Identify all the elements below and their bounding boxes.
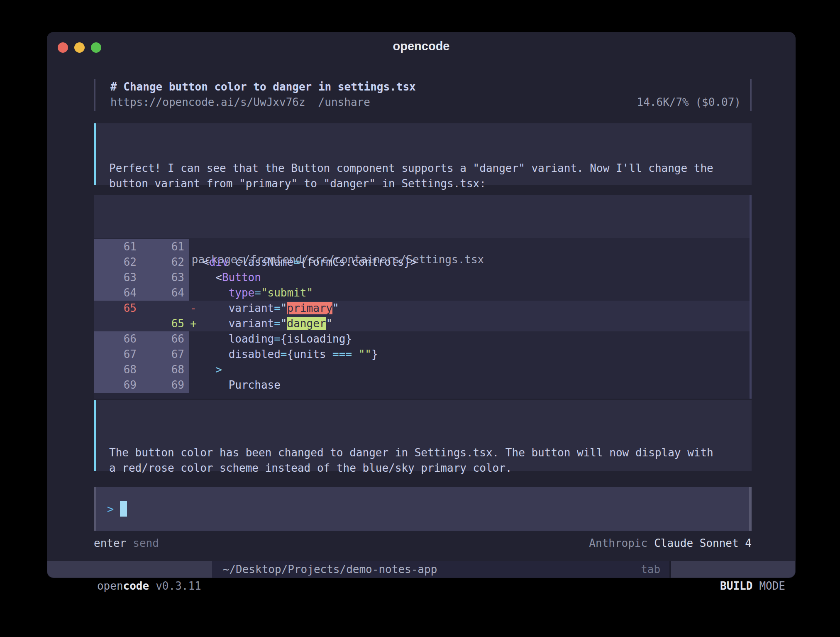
diff-line-number-new: 63: [137, 270, 189, 285]
diff-line-number-new: 66: [137, 331, 189, 347]
diff-sign: [189, 270, 203, 285]
code-token: [203, 333, 229, 345]
code-token: [229, 256, 235, 268]
code-token: primary: [287, 302, 333, 314]
diff-sign: [189, 331, 203, 347]
content-column: # Change button color to danger in setti…: [94, 32, 752, 578]
tab-key-hint: tab: [641, 561, 660, 578]
diff-line-number-old: 64: [94, 285, 137, 301]
working-directory: ~/Desktop/Projects/demo-notes-app: [223, 561, 437, 578]
diff-gutter: 6464: [94, 285, 189, 301]
code-token: [203, 287, 229, 299]
diff-code: variant="danger": [203, 316, 332, 331]
code-token: Purchase: [229, 379, 281, 391]
diff-row: 65- variant="primary": [94, 301, 750, 316]
code-token: ===: [332, 348, 352, 360]
hints-row: enter send Anthropic Claude Sonnet 4: [94, 535, 752, 551]
diff-line-number-old: 67: [94, 347, 137, 362]
code-token: "": [359, 348, 371, 360]
code-token: <: [203, 271, 222, 284]
mode-word-mode: MODE: [759, 580, 785, 592]
text-cursor: [120, 501, 127, 517]
diff-sign: +: [189, 316, 203, 331]
diff-gutter: 6161: [94, 239, 189, 255]
diff-gutter: 6262: [94, 255, 189, 270]
diff-sign: [189, 347, 203, 362]
prompt-char: >: [107, 502, 114, 515]
code-token: =: [293, 256, 300, 268]
diff-line-number-old: 63: [94, 270, 137, 285]
statusbar-spacer: [437, 561, 641, 578]
diff-code: >: [203, 362, 222, 377]
assistant-message-2: The button color has been changed to dan…: [94, 400, 752, 471]
diff-row: 6868 >: [94, 362, 750, 377]
diff-code: <Button: [203, 270, 261, 285]
diff-gutter: 6868: [94, 362, 189, 377]
code-token: div: [209, 256, 229, 268]
share-url: https://opencode.ai/s/UwJxv76z: [110, 95, 305, 110]
diff-line-number-new: 64: [137, 285, 189, 301]
diff-line-number-old: 62: [94, 255, 137, 270]
diff-line-number-old: [94, 316, 137, 331]
code-token: ": [281, 302, 287, 314]
message-line: The button color has been changed to dan…: [109, 445, 752, 461]
diff-sign: [189, 362, 203, 377]
diff-gutter: 6969: [94, 377, 189, 393]
code-token: >: [215, 363, 222, 376]
code-token: [203, 348, 229, 360]
unshare-command: /unshare: [318, 95, 370, 110]
diff-line-number-new: 67: [137, 347, 189, 362]
diff-line-number-new: 62: [137, 255, 189, 270]
diff-line-number-new: [137, 301, 189, 316]
build-mode-badge[interactable]: BUILDMODE: [671, 561, 795, 578]
code-token: {isLoading}: [281, 333, 352, 345]
diff-row: 6969 Purchase: [94, 377, 750, 393]
code-token: {units: [287, 348, 333, 360]
code-token: ": [326, 317, 332, 330]
diff-code: type="submit": [203, 285, 313, 301]
code-token: type: [229, 287, 255, 299]
diff-gutter: 6363: [94, 270, 189, 285]
code-token: [203, 317, 229, 330]
code-token: =: [274, 302, 281, 314]
diff-gutter: 6767: [94, 347, 189, 362]
diff-sign: [189, 239, 203, 255]
enter-key-hint: enter: [94, 535, 126, 551]
diff-code: Purchase: [203, 377, 281, 393]
message-line: Perfect! I can see that the Button compo…: [109, 161, 752, 176]
diff-line-number-new: 61: [137, 239, 189, 255]
diff-row: 6464 type="submit": [94, 285, 750, 301]
token-stats: 14.6K/7% ($0.07): [637, 95, 741, 110]
send-action-label: send: [133, 535, 159, 551]
diff-code: loading={isLoading}: [203, 331, 352, 347]
session-header: # Change button color to danger in setti…: [94, 79, 752, 111]
code-token: variant: [229, 317, 274, 330]
code-token: ": [281, 317, 287, 330]
model-indicator: Anthropic Claude Sonnet 4: [589, 535, 752, 551]
code-token: loading: [229, 333, 274, 345]
diff-sign: -: [189, 301, 203, 316]
diff-line-number-new: 65: [137, 316, 189, 331]
message-lines: Perfect! I can see that the Button compo…: [109, 161, 752, 191]
app-name-open: open: [97, 580, 123, 592]
diff-sign: [189, 255, 203, 270]
diff-gutter: 6666: [94, 331, 189, 347]
opencode-terminal-window: opencode # Change button color to danger…: [47, 32, 796, 578]
edit-tool-card: Editpackages/frontend/src/containers/Set…: [94, 195, 752, 399]
assistant-message-1: Perfect! I can see that the Button compo…: [94, 123, 752, 185]
code-token: =: [274, 333, 281, 345]
diff-line-number-old: 61: [94, 239, 137, 255]
app-name-code: code: [123, 580, 149, 592]
message-lines: The button color has been changed to dan…: [109, 445, 752, 475]
diff-sign: [189, 377, 203, 393]
diff-line-number-new: 68: [137, 362, 189, 377]
status-bar: opencodev0.3.11 ~/Desktop/Projects/demo-…: [47, 561, 795, 578]
diff-line-number-old: 69: [94, 377, 137, 393]
code-token: ": [332, 302, 339, 314]
diff-line-number-old: 65: [94, 301, 137, 316]
model-name-label: Claude Sonnet 4: [654, 535, 752, 551]
diff-gutter: 65: [94, 316, 189, 331]
session-subtitle-row: https://opencode.ai/s/UwJxv76z /unshare …: [110, 95, 741, 110]
prompt-input[interactable]: >: [94, 487, 752, 531]
code-token: =: [281, 348, 287, 360]
